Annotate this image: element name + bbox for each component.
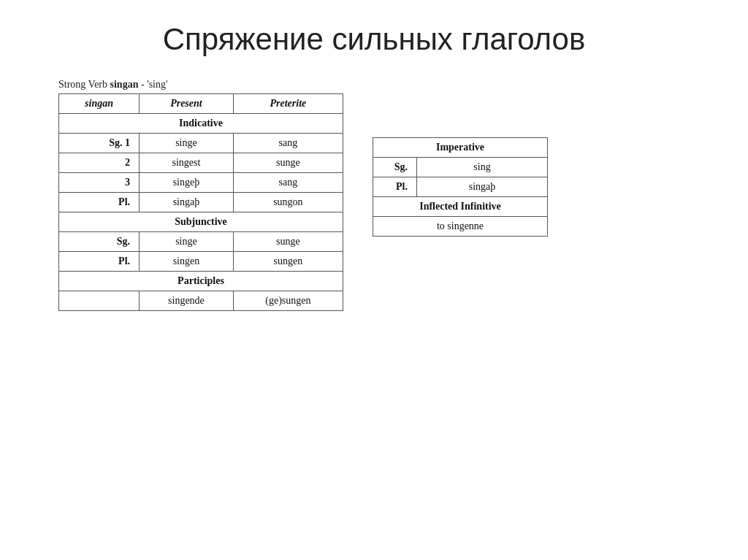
page-title: Спряжение сильных глаголов	[0, 0, 748, 72]
participles-header: Participles	[59, 272, 343, 291]
main-table: singan Present Preterite Indicative Sg. …	[58, 93, 343, 311]
cell-preterite: (ge)sungen	[233, 291, 343, 311]
cell-preterite: sungon	[233, 193, 343, 212]
table-row: 2 singest sunge	[59, 153, 343, 173]
row-label: 2	[59, 153, 140, 173]
indicative-header: Indicative	[59, 114, 343, 134]
table-row: Sg. sing	[373, 158, 548, 177]
cell-present: singe	[140, 134, 234, 153]
row-label: 3	[59, 173, 140, 193]
verb-translation: 'sing'	[147, 79, 167, 90]
left-section: Strong Verb singan - 'sing' singan Prese…	[58, 79, 343, 311]
infinitive-header: Inflected Infinitive	[373, 197, 548, 217]
cell-present: singaþ	[140, 193, 234, 212]
col-header-singan: singan	[59, 94, 140, 114]
subjunctive-header: Subjunctive	[59, 212, 343, 232]
section-subjunctive: Subjunctive	[59, 212, 343, 232]
section-indicative: Indicative	[59, 114, 343, 134]
table-row: singende (ge)sungen	[59, 291, 343, 311]
row-label: Sg. 1	[59, 134, 140, 153]
row-label: Pl.	[373, 177, 417, 197]
cell-present: singen	[140, 252, 234, 272]
row-label	[59, 291, 140, 311]
section-participles: Participles	[59, 272, 343, 291]
row-label: Pl.	[59, 252, 140, 272]
table-row: Pl. singaþ sungon	[59, 193, 343, 212]
content-area: Strong Verb singan - 'sing' singan Prese…	[0, 79, 748, 311]
verb-label: Strong Verb singan - 'sing'	[58, 79, 343, 91]
row-label: Sg.	[59, 232, 140, 252]
cell-preterite: sunge	[233, 232, 343, 252]
infinitive-value: to singenne	[373, 217, 548, 237]
table-row: Sg. singe sunge	[59, 232, 343, 252]
cell-present: singende	[140, 291, 234, 311]
row-label: Sg.	[373, 158, 417, 177]
verb-name: singan	[110, 79, 139, 90]
table-row: Sg. 1 singe sang	[59, 134, 343, 153]
section-inflected-infinitive: Inflected Infinitive	[373, 197, 548, 217]
cell-present: singe	[140, 232, 234, 252]
table-row: Pl. singen sungen	[59, 252, 343, 272]
cell-preterite: sang	[233, 134, 343, 153]
col-header-preterite: Preterite	[233, 94, 343, 114]
right-section: Imperative Sg. sing Pl. singaþ Inflected…	[373, 123, 548, 237]
section-imperative: Imperative	[373, 138, 548, 158]
verb-label-text: Strong Verb	[58, 79, 107, 90]
cell-value: sing	[417, 158, 548, 177]
cell-preterite: sunge	[233, 153, 343, 173]
imperative-table: Imperative Sg. sing Pl. singaþ Inflected…	[373, 137, 548, 237]
cell-present: singeþ	[140, 173, 234, 193]
table-row: to singenne	[373, 217, 548, 237]
table-row: 3 singeþ sang	[59, 173, 343, 193]
col-header-present: Present	[140, 94, 234, 114]
row-label: Pl.	[59, 193, 140, 212]
cell-preterite: sungen	[233, 252, 343, 272]
cell-value: singaþ	[417, 177, 548, 197]
table-row: Pl. singaþ	[373, 177, 548, 197]
cell-preterite: sang	[233, 173, 343, 193]
cell-present: singest	[140, 153, 234, 173]
imperative-header: Imperative	[373, 138, 548, 158]
